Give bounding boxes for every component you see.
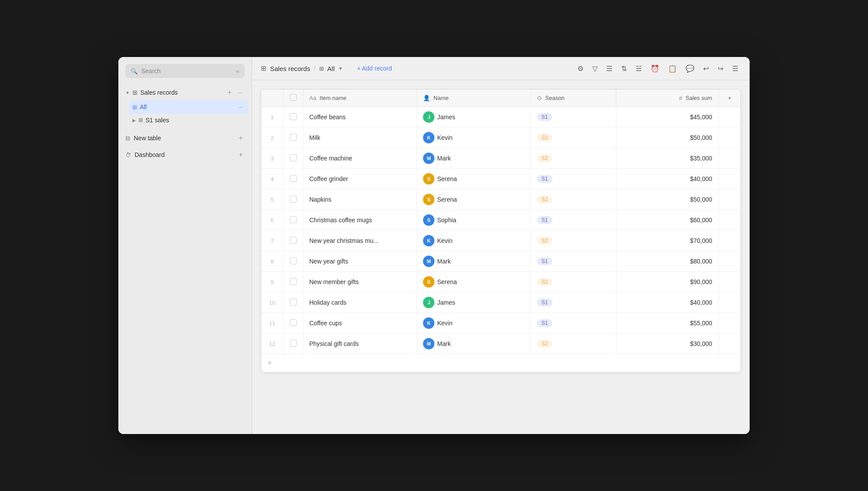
sidebar-item-all-view[interactable]: ⊞ All ··· <box>129 100 248 114</box>
comment-button[interactable]: 💬 <box>683 63 697 75</box>
person-name: Mark <box>437 155 451 162</box>
row-checkbox[interactable] <box>290 175 297 182</box>
row-season[interactable]: S2 <box>530 189 616 210</box>
person-name: Serena <box>437 196 457 203</box>
reminder-button[interactable]: ⏰ <box>648 63 662 75</box>
row-season[interactable]: S1 <box>530 210 616 231</box>
more-button[interactable]: ☰ <box>729 63 741 75</box>
row-checkbox[interactable] <box>290 319 297 326</box>
row-name[interactable]: SSerena <box>417 169 531 189</box>
avatar: S <box>423 276 434 288</box>
row-sales: $45,000 <box>616 107 719 128</box>
row-checkbox-cell <box>283 107 303 128</box>
group-button[interactable]: ☰ <box>604 63 615 75</box>
collapse-icon[interactable]: « <box>236 68 239 75</box>
row-checkbox-cell <box>283 272 303 292</box>
row-checkbox-cell <box>283 210 303 231</box>
avatar: K <box>423 132 434 143</box>
add-view-button[interactable]: + <box>226 88 233 97</box>
view-more-button[interactable]: ··· <box>236 103 245 111</box>
row-item-name[interactable]: New member gifts <box>303 272 417 292</box>
row-item-name[interactable]: Coffee beans <box>303 107 417 128</box>
person-name: Serena <box>437 278 457 285</box>
header-checkbox[interactable] <box>290 94 297 101</box>
sidebar-item-dashboard[interactable]: ⏱ Dashboard + <box>122 146 248 163</box>
row-season[interactable]: S2 <box>530 334 616 354</box>
row-name[interactable]: SSerena <box>417 272 531 292</box>
row-checkbox[interactable] <box>290 257 297 264</box>
avatar: S <box>423 194 434 205</box>
sidebar-item-s1-sales[interactable]: ▶ ⊞ S1 sales <box>129 114 248 126</box>
row-checkbox[interactable] <box>290 113 297 120</box>
row-name[interactable]: MMark <box>417 334 531 354</box>
sort-button[interactable]: ⇅ <box>619 63 630 75</box>
row-num: 4 <box>261 169 283 189</box>
more-options-button[interactable]: ··· <box>236 88 245 97</box>
row-season[interactable]: S1 <box>530 169 616 189</box>
row-item-name[interactable]: Holiday cards <box>303 292 417 313</box>
row-item-name[interactable]: Coffee machine <box>303 148 417 169</box>
row-name[interactable]: JJames <box>417 292 531 313</box>
table-row: 6Christmas coffee mugsSSophiaS1$60,000 <box>261 210 740 231</box>
row-season[interactable]: S1 <box>530 107 616 128</box>
col-header-name[interactable]: 👤 Name <box>417 89 531 107</box>
row-season[interactable]: S2 <box>530 272 616 292</box>
table-body: 1Coffee beansJJamesS1$45,0002MilkKKevinS… <box>261 107 740 354</box>
row-item-name[interactable]: New year gifts <box>303 251 417 272</box>
row-season[interactable]: S1 <box>530 251 616 272</box>
data-table: Aa Item name 👤 Name ⊙ Season <box>261 89 740 354</box>
row-item-name[interactable]: Coffee cups <box>303 313 417 334</box>
row-season[interactable]: S1 <box>530 292 616 313</box>
col-sales-label: Sales sum <box>686 95 712 101</box>
row-name[interactable]: SSerena <box>417 189 531 210</box>
row-item-name[interactable]: New year christmas mu... <box>303 231 417 251</box>
col-header-sales[interactable]: # Sales sum <box>616 89 719 107</box>
copy-button[interactable]: 📋 <box>665 63 679 75</box>
dashboard-label: Dashboard <box>135 151 165 158</box>
row-name[interactable]: MMark <box>417 148 531 169</box>
add-dashboard-button[interactable]: + <box>237 150 245 160</box>
col-header-add[interactable]: + <box>719 89 740 107</box>
row-checkbox[interactable] <box>290 196 297 203</box>
search-bar[interactable]: 🔍 Search « <box>125 64 245 78</box>
sidebar-item-sales-records[interactable]: ▼ ⊞ Sales records + ··· <box>122 85 248 100</box>
settings-button[interactable]: ⚙ <box>575 63 586 75</box>
row-season[interactable]: S1 <box>530 313 616 334</box>
row-name[interactable]: MMark <box>417 251 531 272</box>
row-item-name[interactable]: Napkins <box>303 189 417 210</box>
row-checkbox[interactable] <box>290 299 297 306</box>
add-row-button[interactable]: + <box>261 354 740 372</box>
add-new-table-button[interactable]: + <box>237 133 245 143</box>
row-name[interactable]: KKevin <box>417 128 531 148</box>
row-name[interactable]: KKevin <box>417 231 531 251</box>
add-record-button[interactable]: + Add record <box>352 62 397 75</box>
row-season[interactable]: S2 <box>530 148 616 169</box>
row-num: 5 <box>261 189 283 210</box>
fields-button[interactable]: ☱ <box>633 63 644 75</box>
row-checkbox[interactable] <box>290 134 297 141</box>
row-checkbox[interactable] <box>290 278 297 285</box>
row-item-name[interactable]: Milk <box>303 128 417 148</box>
row-checkbox[interactable] <box>290 237 297 244</box>
col-header-season[interactable]: ⊙ Season <box>530 89 616 107</box>
filter-button[interactable]: ▽ <box>590 63 600 75</box>
row-item-name[interactable]: Physical gift cards <box>303 334 417 354</box>
row-season[interactable]: S2 <box>530 128 616 148</box>
table-row: 11Coffee cupsKKevinS1$55,000 <box>261 313 740 334</box>
row-name[interactable]: KKevin <box>417 313 531 334</box>
row-season[interactable]: S2 <box>530 231 616 251</box>
redo-button[interactable]: ↪ <box>715 63 726 75</box>
row-checkbox[interactable] <box>290 340 297 347</box>
topbar-view-label: All <box>327 65 335 72</box>
col-header-item[interactable]: Aa Item name <box>303 89 417 107</box>
topbar-title-section: ⊞ Sales records / ⊞ All ▼ <box>261 64 343 72</box>
undo-button[interactable]: ↩ <box>701 63 711 75</box>
row-name[interactable]: SSophia <box>417 210 531 231</box>
sidebar-item-new-table[interactable]: ⊟ New table + <box>122 130 248 146</box>
row-checkbox[interactable] <box>290 216 297 223</box>
row-name[interactable]: JJames <box>417 107 531 128</box>
row-add-cell <box>719 189 740 210</box>
row-item-name[interactable]: Christmas coffee mugs <box>303 210 417 231</box>
row-item-name[interactable]: Coffee grinder <box>303 169 417 189</box>
row-checkbox[interactable] <box>290 154 297 161</box>
